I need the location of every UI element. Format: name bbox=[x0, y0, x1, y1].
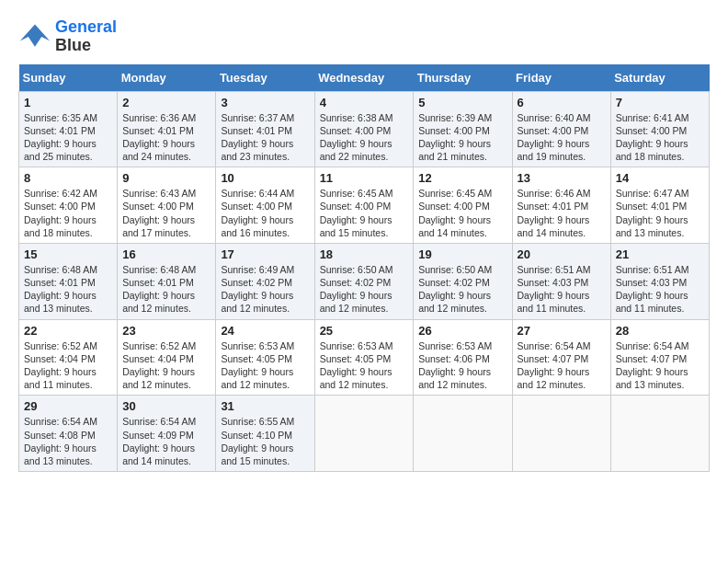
calendar-cell: 18 Sunrise: 6:50 AMSunset: 4:02 PMDaylig… bbox=[314, 243, 414, 319]
weekday-sunday: Sunday bbox=[19, 64, 118, 92]
calendar-cell: 17 Sunrise: 6:49 AMSunset: 4:02 PMDaylig… bbox=[216, 243, 314, 319]
day-info: Sunrise: 6:53 AMSunset: 4:05 PMDaylight:… bbox=[320, 340, 393, 391]
day-info: Sunrise: 6:48 AMSunset: 4:01 PMDaylight:… bbox=[24, 264, 97, 315]
calendar-cell: 29 Sunrise: 6:54 AMSunset: 4:08 PMDaylig… bbox=[19, 396, 118, 472]
day-number: 22 bbox=[24, 324, 112, 338]
day-number: 8 bbox=[24, 171, 112, 185]
day-number: 24 bbox=[221, 324, 309, 338]
day-number: 23 bbox=[122, 324, 210, 338]
logo-text: GeneralBlue bbox=[55, 18, 117, 55]
day-info: Sunrise: 6:53 AMSunset: 4:06 PMDaylight:… bbox=[418, 340, 492, 391]
day-number: 26 bbox=[418, 324, 506, 338]
day-number: 9 bbox=[122, 171, 210, 185]
day-number: 2 bbox=[122, 96, 210, 109]
day-info: Sunrise: 6:46 AMSunset: 4:01 PMDaylight:… bbox=[518, 188, 591, 238]
day-info: Sunrise: 6:54 AMSunset: 4:07 PMDaylight:… bbox=[518, 340, 591, 391]
day-info: Sunrise: 6:43 AMSunset: 4:00 PMDaylight:… bbox=[122, 188, 196, 238]
day-number: 31 bbox=[221, 399, 309, 413]
day-info: Sunrise: 6:55 AMSunset: 4:10 PMDaylight:… bbox=[221, 416, 294, 466]
calendar-cell bbox=[414, 396, 512, 472]
day-info: Sunrise: 6:48 AMSunset: 4:01 PMDaylight:… bbox=[122, 264, 196, 315]
svg-marker-0 bbox=[20, 24, 50, 46]
day-number: 19 bbox=[418, 247, 506, 261]
day-number: 12 bbox=[418, 171, 506, 185]
day-number: 10 bbox=[221, 171, 309, 185]
week-row-3: 15 Sunrise: 6:48 AMSunset: 4:01 PMDaylig… bbox=[19, 243, 710, 319]
day-number: 27 bbox=[518, 324, 606, 338]
calendar-cell: 19 Sunrise: 6:50 AMSunset: 4:02 PMDaylig… bbox=[414, 243, 512, 319]
day-number: 4 bbox=[320, 96, 409, 109]
calendar-cell: 4 Sunrise: 6:38 AMSunset: 4:00 PMDayligh… bbox=[314, 91, 414, 167]
calendar-cell: 1 Sunrise: 6:35 AMSunset: 4:01 PMDayligh… bbox=[19, 91, 118, 167]
day-info: Sunrise: 6:54 AMSunset: 4:08 PMDaylight:… bbox=[24, 416, 97, 466]
weekday-header-row: SundayMondayTuesdayWednesdayThursdayFrid… bbox=[19, 64, 710, 92]
day-info: Sunrise: 6:37 AMSunset: 4:01 PMDaylight:… bbox=[221, 112, 294, 163]
weekday-wednesday: Wednesday bbox=[314, 64, 414, 92]
calendar-cell: 28 Sunrise: 6:54 AMSunset: 4:07 PMDaylig… bbox=[610, 319, 709, 396]
day-number: 30 bbox=[122, 399, 210, 413]
day-info: Sunrise: 6:45 AMSunset: 4:00 PMDaylight:… bbox=[418, 188, 492, 238]
logo: GeneralBlue bbox=[18, 18, 117, 55]
day-info: Sunrise: 6:49 AMSunset: 4:02 PMDaylight:… bbox=[221, 264, 294, 315]
day-info: Sunrise: 6:50 AMSunset: 4:02 PMDaylight:… bbox=[320, 264, 393, 315]
calendar-cell: 10 Sunrise: 6:44 AMSunset: 4:00 PMDaylig… bbox=[216, 167, 314, 244]
calendar-cell: 23 Sunrise: 6:52 AMSunset: 4:04 PMDaylig… bbox=[118, 319, 216, 396]
day-info: Sunrise: 6:47 AMSunset: 4:01 PMDaylight:… bbox=[616, 188, 689, 238]
calendar-cell: 6 Sunrise: 6:40 AMSunset: 4:00 PMDayligh… bbox=[512, 91, 610, 167]
calendar-cell: 13 Sunrise: 6:46 AMSunset: 4:01 PMDaylig… bbox=[512, 167, 610, 244]
weekday-thursday: Thursday bbox=[414, 64, 512, 92]
day-number: 28 bbox=[616, 324, 704, 338]
calendar-cell: 20 Sunrise: 6:51 AMSunset: 4:03 PMDaylig… bbox=[512, 243, 610, 319]
calendar-cell: 14 Sunrise: 6:47 AMSunset: 4:01 PMDaylig… bbox=[610, 167, 709, 244]
week-row-4: 22 Sunrise: 6:52 AMSunset: 4:04 PMDaylig… bbox=[19, 319, 710, 396]
day-info: Sunrise: 6:38 AMSunset: 4:00 PMDaylight:… bbox=[320, 112, 393, 163]
calendar-cell: 30 Sunrise: 6:54 AMSunset: 4:09 PMDaylig… bbox=[118, 396, 216, 472]
day-info: Sunrise: 6:42 AMSunset: 4:00 PMDaylight:… bbox=[24, 188, 97, 238]
day-number: 5 bbox=[418, 96, 506, 109]
calendar-cell: 12 Sunrise: 6:45 AMSunset: 4:00 PMDaylig… bbox=[414, 167, 512, 244]
weekday-tuesday: Tuesday bbox=[216, 64, 314, 92]
day-number: 15 bbox=[24, 247, 112, 261]
day-info: Sunrise: 6:51 AMSunset: 4:03 PMDaylight:… bbox=[616, 264, 689, 315]
day-number: 29 bbox=[24, 399, 112, 413]
day-info: Sunrise: 6:50 AMSunset: 4:02 PMDaylight:… bbox=[418, 264, 492, 315]
calendar-cell: 11 Sunrise: 6:45 AMSunset: 4:00 PMDaylig… bbox=[314, 167, 414, 244]
weekday-saturday: Saturday bbox=[610, 64, 709, 92]
week-row-5: 29 Sunrise: 6:54 AMSunset: 4:08 PMDaylig… bbox=[19, 396, 710, 472]
calendar-cell: 31 Sunrise: 6:55 AMSunset: 4:10 PMDaylig… bbox=[216, 396, 314, 472]
calendar-cell: 5 Sunrise: 6:39 AMSunset: 4:00 PMDayligh… bbox=[414, 91, 512, 167]
day-number: 25 bbox=[320, 324, 409, 338]
calendar-cell: 16 Sunrise: 6:48 AMSunset: 4:01 PMDaylig… bbox=[118, 243, 216, 319]
day-info: Sunrise: 6:44 AMSunset: 4:00 PMDaylight:… bbox=[221, 188, 294, 238]
day-number: 18 bbox=[320, 247, 409, 261]
calendar-cell: 27 Sunrise: 6:54 AMSunset: 4:07 PMDaylig… bbox=[512, 319, 610, 396]
day-number: 14 bbox=[616, 171, 704, 185]
day-number: 13 bbox=[518, 171, 606, 185]
day-number: 6 bbox=[518, 96, 606, 109]
calendar-cell: 3 Sunrise: 6:37 AMSunset: 4:01 PMDayligh… bbox=[216, 91, 314, 167]
day-number: 21 bbox=[616, 247, 704, 261]
day-info: Sunrise: 6:36 AMSunset: 4:01 PMDaylight:… bbox=[122, 112, 196, 163]
week-row-1: 1 Sunrise: 6:35 AMSunset: 4:01 PMDayligh… bbox=[19, 91, 710, 167]
day-number: 7 bbox=[616, 96, 704, 109]
day-info: Sunrise: 6:54 AMSunset: 4:09 PMDaylight:… bbox=[122, 416, 196, 466]
day-info: Sunrise: 6:51 AMSunset: 4:03 PMDaylight:… bbox=[518, 264, 591, 315]
calendar-cell: 24 Sunrise: 6:53 AMSunset: 4:05 PMDaylig… bbox=[216, 319, 314, 396]
logo-icon bbox=[18, 20, 51, 53]
calendar-body: 1 Sunrise: 6:35 AMSunset: 4:01 PMDayligh… bbox=[19, 91, 710, 471]
day-number: 3 bbox=[221, 96, 309, 109]
calendar-cell: 25 Sunrise: 6:53 AMSunset: 4:05 PMDaylig… bbox=[314, 319, 414, 396]
day-info: Sunrise: 6:35 AMSunset: 4:01 PMDaylight:… bbox=[24, 112, 97, 163]
day-info: Sunrise: 6:45 AMSunset: 4:00 PMDaylight:… bbox=[320, 188, 393, 238]
day-info: Sunrise: 6:52 AMSunset: 4:04 PMDaylight:… bbox=[122, 340, 196, 391]
calendar-cell: 9 Sunrise: 6:43 AMSunset: 4:00 PMDayligh… bbox=[118, 167, 216, 244]
calendar-cell: 2 Sunrise: 6:36 AMSunset: 4:01 PMDayligh… bbox=[118, 91, 216, 167]
day-number: 20 bbox=[518, 247, 606, 261]
calendar-table: SundayMondayTuesdayWednesdayThursdayFrid… bbox=[18, 64, 710, 472]
day-number: 17 bbox=[221, 247, 309, 261]
calendar-cell bbox=[610, 396, 709, 472]
calendar-cell: 7 Sunrise: 6:41 AMSunset: 4:00 PMDayligh… bbox=[610, 91, 709, 167]
day-info: Sunrise: 6:53 AMSunset: 4:05 PMDaylight:… bbox=[221, 340, 294, 391]
page-header: GeneralBlue bbox=[18, 18, 710, 55]
day-info: Sunrise: 6:41 AMSunset: 4:00 PMDaylight:… bbox=[616, 112, 689, 163]
